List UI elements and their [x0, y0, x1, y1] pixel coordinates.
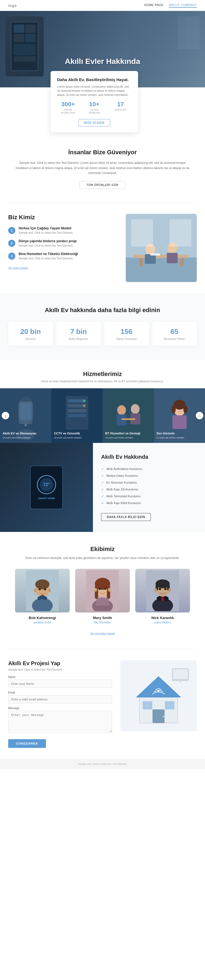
biz-item-3-title: Bina Hizmetleri ve Tüketici Elektroniği: [19, 252, 78, 256]
footer: Sample text. Click to select the Text El…: [0, 759, 205, 769]
biz-img-container: [126, 214, 197, 282]
team-avatar-bob: [15, 569, 70, 612]
svg-rect-8: [139, 258, 143, 266]
biz-kimiz-title: Biz Kimiz: [8, 214, 117, 221]
stat-customers-number: 7 bin: [59, 328, 98, 336]
message-group: Message: [8, 707, 112, 734]
biz-number-1: 1: [8, 227, 15, 234]
services-subtitle: Konut ve ticari müşterilerimize kapsamlı…: [0, 380, 205, 383]
biz-item-1-content: Herkes İçin Çağdaş Yaşam Modeli Sample t…: [19, 226, 73, 234]
stat-tasks: 20 bin Görevler: [8, 322, 53, 346]
email-input[interactable]: [8, 695, 112, 703]
svg-rect-84: [173, 669, 188, 679]
service-card-3-title: BT Hizmetleri ve Desteği: [105, 432, 151, 435]
biz-item-1-title: Herkes İçin Çağdaş Yaşam Modeli: [19, 226, 73, 230]
smart-home-cta[interactable]: DAHA FAZLA BİLGİ EDİN: [101, 513, 151, 521]
trust-cta[interactable]: TÜM ÜRÜNLERİ GÖR: [80, 181, 125, 189]
nav-home[interactable]: HOME PAGE: [144, 3, 163, 8]
service-card-2-content: CCTV ve Güvenlik Ut enim ad minim veniam: [54, 432, 100, 440]
svg-point-32: [117, 405, 126, 415]
svg-point-69: [159, 588, 161, 590]
svg-point-75: [163, 716, 164, 718]
feature-6-text: Akıllı Kapı Kilidi Kurulumu: [106, 501, 141, 504]
svg-rect-55: [95, 585, 98, 599]
message-textarea[interactable]: [8, 711, 112, 733]
svg-rect-27: [67, 409, 86, 412]
svg-point-58: [108, 588, 111, 592]
service-card-1-text: Ut enim ad minim veniam: [3, 436, 49, 440]
info-card-cta[interactable]: BİZE ULAŞIN: [78, 119, 110, 126]
feature-2-text: Medya Odası Kurulumu: [106, 474, 138, 477]
team-photo-bob: [15, 569, 70, 612]
svg-rect-85: [179, 681, 181, 682]
svg-point-49: [38, 588, 41, 590]
freepik-link-team[interactable]: Ten görüntüler Freepik: [90, 632, 115, 635]
svg-point-34: [131, 404, 140, 414]
biz-item-2-title: Dünya çapında binlerce yaratıcı proje: [19, 239, 77, 243]
team-role-nick: çakış Hilülero: [135, 621, 190, 624]
email-label: Email: [8, 691, 112, 694]
svg-point-57: [94, 588, 97, 592]
check-icon-4: ✓: [101, 487, 104, 492]
trust-text: Sample text. Click to select the Text El…: [14, 160, 191, 176]
mary-avatar-svg: [86, 570, 119, 611]
feature-4-text: Akıllı Kapı Zili Kurulumu: [106, 488, 138, 491]
info-card-title: Daha Akıllı Ev. Basitleştirilmiş Hayat.: [57, 77, 131, 83]
thermostat-label: SMART HOME: [38, 497, 55, 500]
slider-arrow-left[interactable]: ‹: [2, 412, 9, 419]
svg-point-21: [25, 424, 27, 426]
submit-button[interactable]: GÖNDERMEK: [8, 739, 46, 748]
services-slider: ‹ Akıllı EV ve Otomasyon Ut enim ad mini…: [0, 388, 205, 443]
check-icon-3: ✓: [101, 480, 104, 485]
team-role-bob: paraklas Erder: [15, 621, 70, 624]
biz-item-1-text: Sample text. Click to select the Text El…: [19, 231, 73, 234]
house-svg: [123, 660, 194, 731]
service-card-3: BT Hizmetleri ve Desteği Ut enim ad mini…: [102, 388, 154, 443]
biz-item-2-text: Sample text. Click to select the Text El…: [19, 244, 77, 247]
team-card-mary: Mary Smith İlaç Hizmetleri: [75, 569, 130, 626]
smart-home-device: 72° SMART HOME: [30, 466, 63, 509]
team-card-nick: Nick Karanlık çakış Hilülero: [135, 569, 190, 626]
message-label: Message: [8, 707, 112, 710]
slider-arrow-right[interactable]: ›: [196, 412, 203, 419]
stat-ideas-number: 65: [155, 328, 194, 336]
team-role-mary: İlaç Hizmetleri: [75, 621, 130, 624]
thermostat-dial: 72°: [37, 475, 56, 494]
contact-text: Sample text. Click to select the Text El…: [8, 668, 112, 671]
team-title: Ekibimiz: [8, 546, 197, 553]
svg-point-47: [34, 589, 37, 592]
nav-links: HOME PAGE ABOUT COMPANY: [144, 3, 197, 8]
svg-rect-7: [134, 255, 189, 258]
biz-kimiz-left: Biz Kimiz 1 Herkes İçin Çağdaş Yaşam Mod…: [8, 214, 117, 270]
info-card-stats: 300+ PROJEHAZIRLANDI 10+ YILIMIZDENEYİM …: [57, 101, 131, 115]
bob-avatar-svg: [26, 570, 59, 611]
svg-point-50: [44, 588, 46, 590]
team-photo-mary: [75, 569, 130, 612]
learn-more-stats: 20 bin Görevler 7 bin Mutlu Müşteriler 1…: [8, 322, 197, 346]
svg-point-82: [158, 690, 159, 692]
contact-title: Akıllı Ev Projesi Yap: [8, 660, 112, 667]
svg-rect-9: [180, 258, 184, 266]
service-card-4-text: Ut enim ad minim veniam: [157, 436, 203, 440]
service-card-1-title: Akıllı EV ve Otomasyon: [3, 432, 49, 435]
name-label: Name: [8, 676, 112, 679]
check-icon-6: ✓: [101, 501, 104, 505]
service-card-2: CCTV ve Güvenlik Ut enim ad minim veniam: [51, 388, 103, 443]
freepik-link-biz[interactable]: Ten resim Freepik: [8, 267, 28, 269]
services-title: Hizmetlerimiz: [0, 371, 205, 378]
svg-point-68: [168, 588, 171, 592]
stat-number-years: 10+: [83, 101, 105, 108]
feature-3: ✓Ev Sineması Kurulumu: [101, 479, 197, 486]
nav-about[interactable]: ABOUT COMPANY: [169, 3, 197, 8]
svg-point-46: [35, 579, 50, 589]
team-section: Ekibimiz Enim ve minimum düzeyde, çok fa…: [0, 532, 205, 649]
stat-customers-label: Mutlu Müşteriler: [59, 337, 98, 340]
team-name-nick: Nick Karanlık: [135, 616, 190, 620]
feature-1-text: Akıllı Aydınlatma Kurulumu: [106, 467, 142, 471]
info-card: Daha Akıllı Ev. Basitleştirilmiş Hayat. …: [51, 71, 138, 132]
name-input[interactable]: [8, 679, 112, 688]
stat-label-awards: ÖDÜLLER: [110, 108, 131, 112]
stat-label-projects: PROJEHAZIRLANDI: [57, 108, 79, 115]
office-svg: [126, 214, 197, 282]
check-icon-1: ✓: [101, 467, 104, 471]
